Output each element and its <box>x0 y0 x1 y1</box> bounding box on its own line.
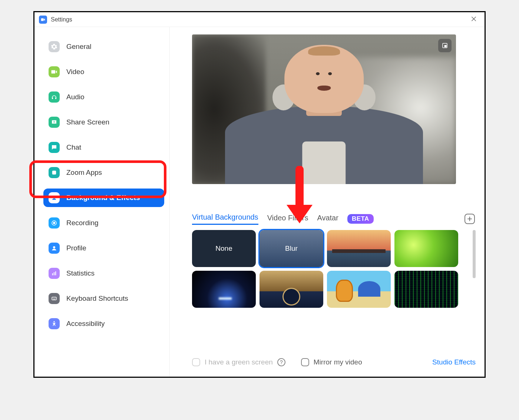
sidebar-item-chat[interactable]: Chat <box>43 138 164 157</box>
background-thumbnails-wrap: None Blur <box>192 230 476 308</box>
help-icon: ? <box>280 359 283 365</box>
video-icon <box>49 66 60 77</box>
bg-option-golden-gate[interactable] <box>327 230 391 267</box>
beta-badge: BETA <box>347 214 374 224</box>
green-screen-label: I have a green screen <box>205 358 273 366</box>
sidebar-item-label: Accessibility <box>66 320 105 328</box>
sidebar-item-zoom-apps[interactable]: Zoom Apps <box>43 163 164 182</box>
window-title: Settings <box>51 16 72 23</box>
sidebar-item-background-effects[interactable]: Background & Effects <box>43 189 164 207</box>
effects-footer: I have a green screen ? Mirror my video … <box>192 358 476 369</box>
sidebar-item-profile[interactable]: Profile <box>43 239 164 257</box>
bg-option-grass[interactable] <box>394 230 458 267</box>
sidebar-item-label: Profile <box>66 244 86 252</box>
video-preview <box>192 34 456 184</box>
preview-person <box>225 42 423 184</box>
add-background-button[interactable] <box>465 214 475 224</box>
window-body: General Video Audio Share Screen <box>34 27 485 377</box>
effects-tabs: Virtual Backgrounds Video Filters Avatar… <box>192 213 476 225</box>
sidebar-item-label: Recording <box>66 219 99 227</box>
tab-virtual-backgrounds[interactable]: Virtual Backgrounds <box>192 213 258 225</box>
settings-sidebar: General Video Audio Share Screen <box>34 27 170 377</box>
titlebar: Settings <box>34 12 485 27</box>
bg-option-bikini-bottom[interactable] <box>327 271 391 308</box>
bg-option-earth[interactable] <box>192 271 256 308</box>
person-card-icon <box>49 192 60 203</box>
svg-rect-0 <box>52 171 56 175</box>
bg-option-oval-office[interactable] <box>260 271 323 308</box>
background-thumbnails: None Blur <box>192 230 468 308</box>
sidebar-item-accessibility[interactable]: Accessibility <box>43 314 164 333</box>
sidebar-item-label: Chat <box>66 143 81 151</box>
mirror-video-label: Mirror my video <box>314 358 362 366</box>
sidebar-item-label: Share Screen <box>66 118 109 126</box>
svg-point-13 <box>53 321 54 322</box>
svg-rect-5 <box>52 273 53 275</box>
sidebar-item-recording[interactable]: Recording <box>43 214 164 232</box>
sidebar-item-statistics[interactable]: Statistics <box>43 264 164 283</box>
settings-main-panel: Virtual Backgrounds Video Filters Avatar… <box>170 27 485 377</box>
sidebar-item-label: Background & Effects <box>66 194 140 202</box>
sidebar-item-share-screen[interactable]: Share Screen <box>43 113 164 131</box>
svg-point-1 <box>53 196 55 198</box>
thumbnails-scrollbar[interactable] <box>473 230 476 278</box>
headphones-icon <box>49 91 60 103</box>
bg-option-matrix[interactable] <box>394 271 458 308</box>
svg-point-9 <box>53 298 53 299</box>
svg-rect-15 <box>444 45 447 47</box>
statistics-icon <box>49 268 60 279</box>
sidebar-item-label: Zoom Apps <box>66 169 102 177</box>
sidebar-item-label: Audio <box>66 93 85 101</box>
profile-icon <box>49 243 60 254</box>
share-screen-icon <box>49 117 60 128</box>
plus-icon <box>467 216 473 222</box>
tab-video-filters[interactable]: Video Filters <box>267 214 308 224</box>
sidebar-item-audio[interactable]: Audio <box>43 88 164 106</box>
sidebar-item-label: Statistics <box>66 269 95 277</box>
gear-icon <box>49 41 60 52</box>
accessibility-icon <box>49 318 60 329</box>
popout-icon <box>442 42 448 49</box>
bg-option-blur[interactable]: Blur <box>260 230 323 267</box>
green-screen-help-button[interactable]: ? <box>277 358 285 366</box>
sidebar-item-keyboard-shortcuts[interactable]: Keyboard Shortcuts <box>43 289 164 308</box>
keyboard-icon <box>49 293 60 304</box>
green-screen-checkbox[interactable] <box>192 358 200 366</box>
sidebar-item-label: General <box>66 43 92 51</box>
apps-icon <box>49 167 60 178</box>
svg-point-11 <box>55 298 56 299</box>
svg-point-10 <box>54 298 54 299</box>
chat-icon <box>49 142 60 153</box>
tab-avatar[interactable]: Avatar <box>317 214 338 224</box>
thumb-label: None <box>215 244 232 253</box>
sidebar-item-label: Keyboard Shortcuts <box>66 294 128 303</box>
svg-rect-12 <box>53 299 55 299</box>
settings-window: Settings General Video <box>33 11 486 378</box>
close-icon <box>470 16 477 22</box>
svg-point-3 <box>53 222 55 224</box>
preview-popout-button[interactable] <box>438 39 452 52</box>
sidebar-item-label: Video <box>66 68 84 76</box>
bg-option-none[interactable]: None <box>192 230 256 267</box>
record-icon <box>49 217 60 229</box>
svg-rect-6 <box>54 272 54 275</box>
svg-rect-7 <box>55 271 56 276</box>
svg-point-4 <box>53 246 55 249</box>
sidebar-item-video[interactable]: Video <box>43 63 164 81</box>
thumb-label: Blur <box>285 244 298 253</box>
zoom-app-icon <box>39 16 47 24</box>
sidebar-item-general[interactable]: General <box>43 37 164 56</box>
studio-effects-link[interactable]: Studio Effects <box>432 358 476 366</box>
close-button[interactable] <box>467 13 480 26</box>
mirror-video-checkbox[interactable] <box>301 358 309 366</box>
